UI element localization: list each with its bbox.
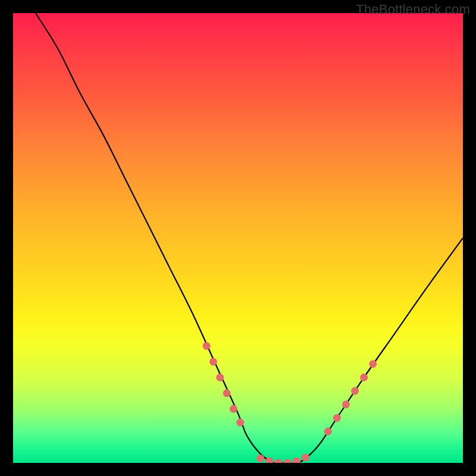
highlight-dot (256, 455, 264, 462)
highlight-dots-group (203, 342, 377, 463)
highlight-dot (216, 374, 224, 381)
highlight-dot (203, 342, 211, 350)
highlight-dot (284, 459, 292, 464)
chart-frame: TheBottleneck.com (0, 0, 476, 476)
highlight-dot (369, 360, 377, 368)
highlight-dot (324, 428, 332, 436)
highlight-dot (209, 358, 217, 365)
highlight-dot (265, 457, 273, 463)
chart-svg (13, 13, 463, 463)
highlight-dot (333, 414, 341, 422)
chart-plot-area (13, 13, 463, 463)
highlight-dot (230, 405, 237, 413)
highlight-dot (351, 387, 359, 395)
highlight-dot (236, 418, 244, 426)
highlight-dot (302, 453, 309, 461)
highlight-dot (223, 389, 231, 397)
highlight-dot (360, 374, 368, 381)
highlight-dot (275, 459, 283, 464)
bottleneck-curve-line (36, 13, 463, 463)
highlight-dot (293, 457, 300, 463)
watermark-text: TheBottleneck.com (356, 2, 470, 17)
highlight-dot (342, 400, 350, 408)
